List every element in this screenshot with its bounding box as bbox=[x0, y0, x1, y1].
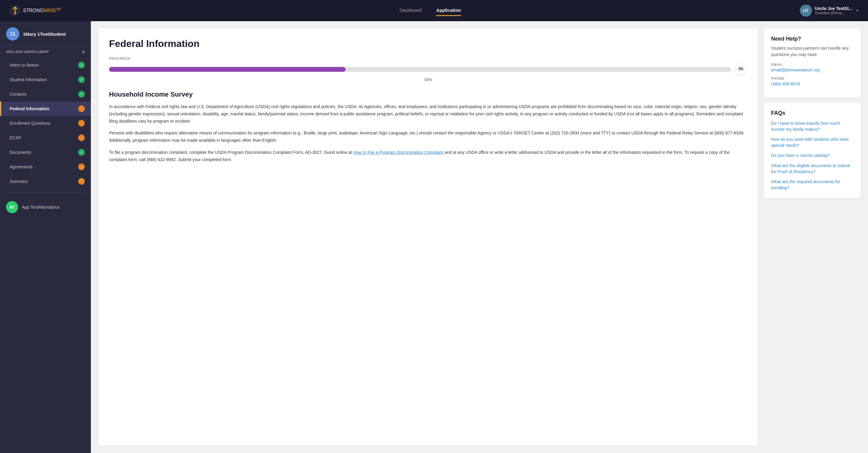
faq-card: FAQs Do I have to know exactly how much … bbox=[764, 103, 861, 198]
paragraph-3-before: To file a program discrimination complai… bbox=[109, 150, 353, 155]
sidebar-item-agreements[interactable]: Agreements ! bbox=[0, 160, 91, 174]
user-role: Guardian (Prima... bbox=[815, 11, 852, 15]
sidebar-item-federal-information[interactable]: Federal Information ! bbox=[0, 101, 91, 116]
status-green-icon: ✓ bbox=[78, 62, 85, 68]
enrollment-header[interactable]: 2024-2025 ENROLLMENT ∧ bbox=[0, 46, 91, 58]
progress-fill bbox=[109, 67, 346, 72]
phone-label: PHONE bbox=[771, 76, 854, 80]
status-orange-icon: ! bbox=[78, 163, 85, 170]
nav-item-right: ! bbox=[78, 163, 85, 170]
paragraph-3: To file a program discrimination complai… bbox=[109, 149, 747, 163]
nav-item-right: ✓ bbox=[78, 91, 85, 97]
status-green-icon: ✓ bbox=[78, 149, 85, 156]
nav-dashboard[interactable]: Dashboard bbox=[400, 5, 422, 16]
email-label: EMAIL bbox=[771, 63, 854, 66]
sidebar-item-label: ECAP bbox=[10, 135, 21, 140]
sidebar-item-label: Intent to Return bbox=[10, 63, 39, 67]
enrollment-year-label: 2024-2025 ENROLLMENT bbox=[6, 50, 49, 54]
progress-label: PROGRESS bbox=[109, 57, 747, 60]
right-sidebar: Need Help? Student success partners can … bbox=[764, 29, 861, 446]
faq-item-1[interactable]: How do you work with students who have s… bbox=[771, 136, 854, 149]
nav-item-right: ! bbox=[78, 134, 85, 141]
content-area: Federal Information PROGRESS 🏁 38% House… bbox=[91, 21, 868, 453]
section-title: Household Income Survey bbox=[109, 91, 747, 98]
header-user[interactable]: UT Uncle Joe TestSt... Guardian (Prima..… bbox=[800, 4, 858, 17]
progress-bar-row: 🏁 bbox=[109, 63, 747, 75]
status-orange-icon: ! bbox=[78, 105, 85, 112]
sidebar-item-label: Student Information bbox=[10, 77, 46, 82]
progress-flag-icon: 🏁 bbox=[735, 63, 747, 75]
status-green-icon: ✓ bbox=[78, 91, 85, 97]
nav-item-right: ! bbox=[78, 105, 85, 112]
sidebar-item-label: Federal Information bbox=[10, 106, 50, 111]
nav-item-right: ✓ bbox=[78, 149, 85, 156]
sidebar: 11 1Mary 1TestStudent 2024-2025 ENROLLME… bbox=[0, 21, 91, 453]
nav-list: Intent to Return ✓ Student Information ✓… bbox=[0, 58, 91, 189]
sidebar-item-contacts[interactable]: Contacts ✓ bbox=[0, 87, 91, 101]
page-title: Federal Information bbox=[109, 38, 747, 50]
sidebar-item-label: Enrollment Questions bbox=[10, 121, 50, 126]
faq-item-2[interactable]: Do you have a course catalog? bbox=[771, 153, 854, 159]
sidebar-item-intent-to-return[interactable]: Intent to Return ✓ bbox=[0, 58, 91, 72]
phone-value[interactable]: (480) 456-6678 bbox=[771, 82, 854, 86]
progress-section: PROGRESS 🏁 38% bbox=[109, 57, 747, 82]
progress-percent: 38% bbox=[109, 77, 747, 82]
help-card: Need Help? Student success partners can … bbox=[764, 29, 861, 98]
sidebar-item-label: Agreements bbox=[10, 164, 32, 169]
sidebar-item-label: Documents bbox=[10, 150, 31, 155]
email-value[interactable]: email@primaveratech.org bbox=[771, 67, 854, 72]
bottom-user-name: App TestAttendance bbox=[22, 205, 60, 209]
faq-item-4[interactable]: What are the required documents for enro… bbox=[771, 179, 854, 191]
bottom-avatar: AT bbox=[6, 201, 18, 213]
nav-item-right: ✓ bbox=[78, 76, 85, 83]
logo-strong: STRONG bbox=[23, 8, 43, 13]
faq-title: FAQs bbox=[771, 110, 854, 116]
main-card: Federal Information PROGRESS 🏁 38% House… bbox=[98, 29, 758, 446]
paragraph-3-link[interactable]: How to File a Program Discrimination Com… bbox=[353, 150, 443, 155]
status-orange-icon: ! bbox=[78, 120, 85, 127]
faq-item-3[interactable]: What are the eligible documents to submi… bbox=[771, 163, 854, 175]
sidebar-item-label: Contacts bbox=[10, 92, 26, 97]
header-nav: Dashboard Application bbox=[61, 5, 800, 16]
sidebar-item-label: Summary bbox=[10, 179, 28, 184]
main-layout: 11 1Mary 1TestStudent 2024-2025 ENROLLME… bbox=[0, 21, 868, 453]
student-badge: 11 bbox=[6, 27, 20, 40]
chevron-up-icon: ∧ bbox=[82, 50, 85, 54]
logo-text: STRONGMINDSM bbox=[23, 7, 61, 13]
sidebar-item-student-information[interactable]: Student Information ✓ bbox=[0, 72, 91, 87]
nav-application[interactable]: Application bbox=[436, 5, 461, 16]
sidebar-item-enrollment-questions[interactable]: Enrollment Questions ! bbox=[0, 116, 91, 130]
logo[interactable]: STRONGMINDSM bbox=[10, 5, 61, 16]
faq-item-0[interactable]: Do I have to know exactly how much incom… bbox=[771, 121, 854, 132]
sidebar-item-ecap[interactable]: ECAP ! bbox=[0, 130, 91, 145]
status-orange-icon: ! bbox=[78, 134, 85, 141]
paragraph-2: Persons with disabilities who require al… bbox=[109, 130, 747, 144]
nav-item-right: ! bbox=[78, 178, 85, 185]
logo-icon bbox=[10, 5, 21, 16]
status-green-icon: ✓ bbox=[78, 76, 85, 83]
nav-item-right: ! bbox=[78, 120, 85, 127]
sidebar-item-documents[interactable]: Documents ✓ bbox=[0, 145, 91, 160]
bottom-user: AT App TestAttendance bbox=[0, 196, 91, 218]
chevron-down-icon: ▾ bbox=[857, 8, 858, 13]
help-title: Need Help? bbox=[771, 36, 854, 42]
user-avatar: UT bbox=[800, 4, 812, 17]
user-name: Uncle Joe TestSt... bbox=[815, 6, 852, 11]
paragraph-1: In accordance with Federal civil rights … bbox=[109, 103, 747, 125]
student-header: 11 1Mary 1TestStudent bbox=[0, 21, 91, 46]
nav-item-right: ✓ bbox=[78, 62, 85, 68]
help-description: Student success partners can handle any … bbox=[771, 45, 854, 58]
progress-track bbox=[109, 67, 731, 72]
svg-point-1 bbox=[14, 12, 16, 14]
header: STRONGMINDSM Dashboard Application UT Un… bbox=[0, 0, 868, 21]
enrollment-section: 2024-2025 ENROLLMENT ∧ Intent to Return … bbox=[0, 46, 91, 189]
logo-mind: MIND bbox=[43, 8, 56, 13]
student-name: 1Mary 1TestStudent bbox=[23, 32, 66, 37]
sidebar-divider bbox=[6, 192, 85, 193]
sidebar-item-summary[interactable]: Summary ! bbox=[0, 174, 91, 189]
user-info: Uncle Joe TestSt... Guardian (Prima... bbox=[815, 6, 852, 15]
status-orange-icon: ! bbox=[78, 178, 85, 185]
